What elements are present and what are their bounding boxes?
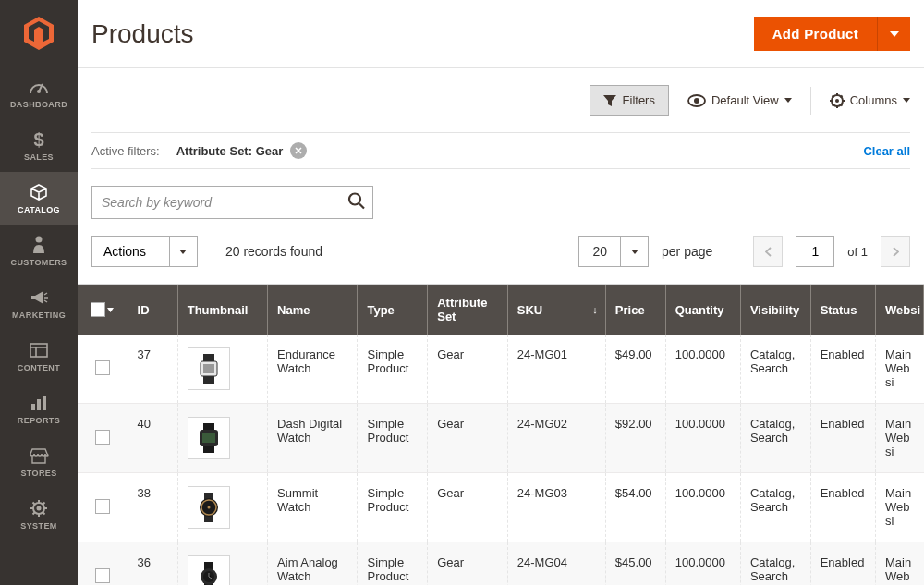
sort-indicator-icon: ↓ (592, 304, 598, 315)
page-input[interactable] (796, 236, 834, 267)
cell-name: Endurance Watch (268, 335, 358, 404)
row-checkbox[interactable] (95, 360, 110, 375)
nav-label: CUSTOMERS (11, 258, 67, 267)
chevron-down-icon (179, 250, 187, 254)
search-input[interactable] (91, 186, 373, 219)
select-all-checkbox[interactable] (87, 302, 118, 317)
actions-button[interactable]: Actions (91, 236, 170, 267)
remove-filter-button[interactable] (290, 142, 307, 159)
nav-customers[interactable]: CUSTOMERS (0, 225, 78, 277)
nav-label: DASHBOARD (10, 100, 67, 109)
svg-text:$: $ (33, 129, 43, 150)
row-checkbox[interactable] (95, 499, 110, 514)
megaphone-icon (29, 287, 49, 308)
add-product-group: Add Product (754, 17, 910, 51)
nav-catalog[interactable]: CATALOG (0, 172, 78, 225)
cell-thumbnail (177, 542, 267, 586)
chevron-right-icon (893, 247, 899, 257)
thumbnail-image (188, 417, 230, 459)
eye-icon (687, 94, 706, 107)
bars-icon (30, 393, 47, 413)
logo[interactable] (0, 0, 78, 67)
cell-price: $54.00 (605, 473, 665, 542)
row-checkbox[interactable] (95, 568, 110, 583)
svg-point-0 (37, 90, 41, 93)
cell-thumbnail (177, 404, 267, 473)
table-row[interactable]: 37Endurance WatchSimple ProductGear24-MG… (78, 335, 924, 404)
nav-label: MARKETING (12, 311, 66, 320)
cell-quantity: 100.0000 (665, 404, 740, 473)
column-header[interactable]: Type (358, 285, 428, 335)
column-header[interactable]: Name (268, 285, 358, 335)
cell-website: Main Websi (875, 473, 923, 542)
column-header[interactable]: Status (810, 285, 875, 335)
filters-button[interactable]: Filters (590, 85, 669, 116)
per-page-toggle[interactable] (621, 236, 649, 267)
products-grid: IDThumbnailNameTypeAttribute SetSKU↓Pric… (78, 285, 924, 585)
records-found: 20 records found (225, 244, 322, 259)
column-header[interactable]: ID (128, 285, 177, 335)
nav-reports[interactable]: REPORTS (0, 383, 78, 435)
cell-id: 40 (128, 404, 177, 473)
columns-dropdown[interactable]: Columns (830, 93, 910, 108)
default-view-dropdown[interactable]: Default View (687, 93, 792, 107)
table-row[interactable]: 38Summit WatchSimple ProductGear24-MG03$… (78, 473, 924, 542)
add-product-dropdown-toggle[interactable] (877, 17, 910, 51)
columns-label: Columns (850, 93, 897, 107)
cell-quantity: 100.0000 (665, 335, 740, 404)
column-header[interactable]: Quantity (665, 285, 740, 335)
nav-system[interactable]: SYSTEM (0, 488, 78, 541)
cell-name: Summit Watch (268, 473, 358, 542)
nav-label: CATALOG (18, 205, 60, 214)
nav-dashboard[interactable]: DASHBOARD (0, 67, 78, 119)
search-button[interactable] (347, 192, 366, 213)
funnel-icon (603, 95, 616, 106)
column-header[interactable]: Websi (875, 285, 923, 335)
svg-rect-3 (30, 344, 47, 357)
column-header[interactable]: Thumbnail (177, 285, 267, 335)
column-header[interactable]: SKU↓ (507, 285, 605, 335)
thumbnail-image (188, 486, 230, 529)
nav-marketing[interactable]: MARKETING (0, 277, 78, 330)
chevron-down-icon (631, 250, 638, 254)
cell-price: $92.00 (605, 404, 665, 473)
actions-dropdown[interactable]: Actions (91, 236, 198, 267)
prev-page-button[interactable] (753, 236, 783, 267)
filter-chip: Attribute Set: Gear (176, 142, 308, 159)
sidebar: DASHBOARD$SALESCATALOGCUSTOMERSMARKETING… (0, 0, 78, 585)
cell-thumbnail (177, 473, 267, 542)
nav-label: SYSTEM (20, 521, 56, 530)
nav-sales[interactable]: $SALES (0, 119, 78, 172)
cell-thumbnail (177, 335, 267, 404)
active-filters-label: Active filters: (91, 144, 160, 158)
cell-name: Dash Digital Watch (268, 404, 358, 473)
column-header[interactable]: Attribute Set (428, 285, 508, 335)
cell-type: Simple Product (358, 335, 428, 404)
cell-visibility: Catalog, Search (740, 404, 810, 473)
dollar-icon: $ (32, 129, 45, 150)
table-row[interactable]: 40Dash Digital WatchSimple ProductGear24… (78, 404, 924, 473)
row-checkbox[interactable] (95, 430, 110, 445)
next-page-button[interactable] (881, 236, 910, 267)
clear-all-link[interactable]: Clear all (863, 144, 910, 158)
page-of-label: of 1 (847, 245, 868, 259)
cell-attribute-set: Gear (428, 473, 508, 542)
cell-visibility: Catalog, Search (740, 542, 810, 586)
column-header[interactable]: Visibility (740, 285, 810, 335)
gauge-icon (29, 77, 49, 97)
person-icon (32, 235, 45, 255)
add-product-button[interactable]: Add Product (754, 17, 877, 51)
nav-label: REPORTS (18, 416, 60, 425)
column-header[interactable]: Price (605, 285, 665, 335)
chevron-down-icon (107, 308, 114, 312)
table-row[interactable]: 36Aim Analog WatchSimple ProductGear24-M… (78, 542, 924, 586)
per-page-dropdown[interactable]: 20 (578, 236, 649, 267)
svg-rect-5 (37, 399, 41, 410)
nav-stores[interactable]: STORES (0, 435, 78, 488)
cell-quantity: 100.0000 (665, 473, 740, 542)
search-icon (347, 192, 366, 211)
actions-toggle[interactable] (170, 236, 198, 267)
storefront-icon (29, 445, 49, 466)
filter-chip-text: Attribute Set: Gear (176, 144, 284, 158)
nav-content[interactable]: CONTENT (0, 330, 78, 383)
